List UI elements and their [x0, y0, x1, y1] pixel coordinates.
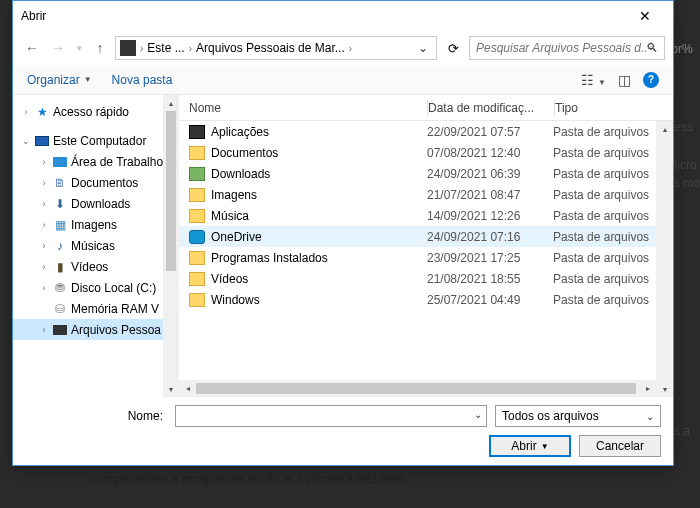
folder-icon [189, 272, 205, 286]
chevron-right-icon: › [138, 43, 145, 54]
navbar: ← → ▾ ↑ › Este ... › Arquivos Pessoais d… [13, 31, 673, 65]
file-date: 22/09/2021 07:57 [427, 125, 553, 139]
footer: Nome: ⌄ Todos os arquivos ⌄ Abrir▼ Cance… [13, 397, 673, 465]
sidebar-scrollbar[interactable]: ▴ ▾ [163, 95, 179, 397]
search-icon[interactable]: 🔍︎ [646, 41, 658, 55]
breadcrumb-dropdown[interactable]: ⌄ [414, 41, 432, 55]
vertical-scrollbar[interactable]: ▴ ▾ [656, 121, 673, 397]
filetype-filter[interactable]: Todos os arquivos ⌄ [495, 405, 661, 427]
file-date: 21/08/2021 18:55 [427, 272, 553, 286]
new-folder-button[interactable]: Nova pasta [112, 73, 173, 87]
chevron-right-icon[interactable]: › [39, 325, 49, 335]
file-row[interactable]: Aplicações22/09/2021 07:57Pasta de arqui… [179, 121, 673, 142]
file-row[interactable]: Imagens21/07/2021 08:47Pasta de arquivos [179, 184, 673, 205]
refresh-button[interactable]: ⟳ [441, 36, 465, 60]
file-list: Aplicações22/09/2021 07:57Pasta de arqui… [179, 121, 673, 380]
image-icon: ▦ [52, 218, 68, 232]
file-name: Programas Instalados [211, 251, 328, 265]
column-headers: Nome Data de modificaç... Tipo [179, 95, 673, 121]
scroll-down-button[interactable]: ▾ [656, 381, 673, 397]
scroll-up-button[interactable]: ▴ [163, 95, 179, 111]
sidebar-item-music[interactable]: ›♪Músicas [13, 235, 179, 256]
file-row[interactable]: Programas Instalados23/09/2021 17:25Past… [179, 247, 673, 268]
file-type: Pasta de arquivos [553, 293, 673, 307]
recent-dropdown[interactable]: ▾ [73, 37, 85, 59]
organize-menu[interactable]: Organizar▼ [27, 73, 92, 87]
up-button[interactable]: ↑ [89, 37, 111, 59]
forward-button[interactable]: → [47, 37, 69, 59]
column-type[interactable]: Tipo [555, 101, 673, 115]
file-name: Documentos [211, 146, 278, 160]
file-row[interactable]: Música14/09/2021 12:26Pasta de arquivos [179, 205, 673, 226]
sidebar-item-ram[interactable]: ⛁Memória RAM V [13, 298, 179, 319]
disk-icon: ⛁ [52, 302, 68, 316]
chevron-down-icon[interactable]: ⌄ [21, 136, 31, 146]
cancel-button[interactable]: Cancelar [579, 435, 661, 457]
titlebar: Abrir ✕ [13, 1, 673, 31]
file-type: Pasta de arquivos [553, 188, 673, 202]
file-name: Windows [211, 293, 260, 307]
sidebar-item-images[interactable]: ›▦Imagens [13, 214, 179, 235]
sidebar-item-downloads[interactable]: ›⬇Downloads [13, 193, 179, 214]
folder-icon [189, 146, 205, 160]
breadcrumb-root[interactable]: Este ... [147, 41, 184, 55]
sidebar-item-quick-access[interactable]: ›★Acesso rápido [13, 101, 179, 122]
scroll-down-button[interactable]: ▾ [163, 381, 179, 397]
chevron-right-icon[interactable]: › [39, 241, 49, 251]
drive-icon [52, 323, 68, 337]
file-date: 24/09/2021 07:16 [427, 230, 553, 244]
sidebar-item-documents[interactable]: ›🗎Documentos [13, 172, 179, 193]
download-icon: ⬇ [52, 197, 68, 211]
scroll-thumb[interactable] [166, 111, 176, 271]
help-icon[interactable]: ? [643, 72, 659, 88]
file-list-pane: Nome Data de modificaç... Tipo Aplicaçõe… [179, 95, 673, 397]
file-type: Pasta de arquivos [553, 209, 673, 223]
file-row[interactable]: Documentos07/08/2021 12:40Pasta de arqui… [179, 142, 673, 163]
sidebar-item-this-pc[interactable]: ⌄Este Computador [13, 130, 179, 151]
chevron-right-icon[interactable]: › [39, 283, 49, 293]
scroll-up-button[interactable]: ▴ [656, 121, 673, 137]
chevron-right-icon[interactable]: › [39, 157, 49, 167]
folder-icon [189, 230, 205, 244]
chevron-down-icon[interactable]: ⌄ [474, 409, 482, 420]
window-title: Abrir [21, 9, 625, 23]
scroll-thumb[interactable] [196, 383, 636, 394]
sidebar-item-desktop[interactable]: ›Área de Trabalho [13, 151, 179, 172]
sidebar-item-videos[interactable]: ›▮Vídeos [13, 256, 179, 277]
file-name: Música [211, 209, 249, 223]
breadcrumb-path[interactable]: Arquivos Pessoais de Mar... [196, 41, 345, 55]
close-button[interactable]: ✕ [625, 2, 665, 30]
file-name: Imagens [211, 188, 257, 202]
scroll-left-button[interactable]: ◂ [179, 380, 196, 397]
chevron-down-icon[interactable]: ⌄ [646, 411, 654, 422]
preview-pane-button[interactable]: ◫ [618, 72, 631, 88]
open-button[interactable]: Abrir▼ [489, 435, 571, 457]
filename-input[interactable]: ⌄ [175, 405, 487, 427]
file-name: Aplicações [211, 125, 269, 139]
view-mode-button[interactable]: ☷ ▼ [581, 72, 606, 88]
search-input[interactable] [476, 41, 646, 55]
column-date[interactable]: Data de modificaç... [428, 101, 554, 115]
sidebar-item-personal-files[interactable]: ›Arquivos Pessoa [13, 319, 179, 340]
folder-icon [189, 251, 205, 265]
chevron-right-icon[interactable]: › [21, 107, 31, 117]
file-row[interactable]: OneDrive24/09/2021 07:16Pasta de arquivo… [179, 226, 673, 247]
chevron-right-icon[interactable]: › [39, 199, 49, 209]
file-row[interactable]: Windows25/07/2021 04:49Pasta de arquivos [179, 289, 673, 310]
folder-icon [189, 293, 205, 307]
chevron-right-icon[interactable]: › [39, 178, 49, 188]
breadcrumb[interactable]: › Este ... › Arquivos Pessoais de Mar...… [115, 36, 437, 60]
search-box[interactable]: 🔍︎ [469, 36, 665, 60]
column-name[interactable]: Nome [179, 101, 427, 115]
chevron-right-icon[interactable]: › [39, 262, 49, 272]
scroll-right-button[interactable]: ▸ [639, 380, 656, 397]
file-row[interactable]: Vídeos21/08/2021 18:55Pasta de arquivos [179, 268, 673, 289]
back-button[interactable]: ← [21, 37, 43, 59]
horizontal-scrollbar[interactable]: ◂ ▸ [179, 380, 656, 397]
file-name: OneDrive [211, 230, 262, 244]
chevron-right-icon[interactable]: › [39, 220, 49, 230]
folder-icon [189, 167, 205, 181]
sidebar-item-disk-c[interactable]: ›⛃Disco Local (C:) [13, 277, 179, 298]
file-type: Pasta de arquivos [553, 272, 673, 286]
file-row[interactable]: Downloads24/09/2021 06:39Pasta de arquiv… [179, 163, 673, 184]
